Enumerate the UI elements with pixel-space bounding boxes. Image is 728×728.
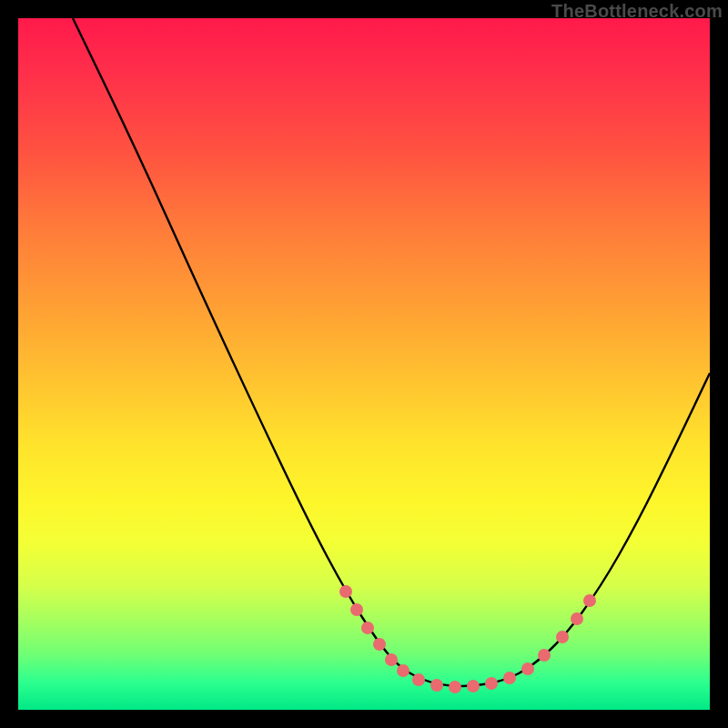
curve-marker <box>571 612 583 625</box>
curve-marker <box>350 603 363 616</box>
chart-frame <box>18 18 710 710</box>
curve-marker <box>361 622 374 634</box>
curve-marker <box>503 672 516 684</box>
curve-marker <box>485 677 498 690</box>
curve-marker <box>430 679 443 692</box>
chart-svg <box>18 18 710 710</box>
curve-marker <box>412 673 425 686</box>
curve-marker <box>397 664 410 677</box>
curve-marker <box>521 662 534 675</box>
curve-marker <box>449 681 461 693</box>
watermark-text: TheBottleneck.com <box>551 1 723 22</box>
curve-marker <box>538 649 551 662</box>
curve-marker <box>373 638 386 651</box>
curve-marker <box>467 680 480 693</box>
curve-marker <box>339 585 352 598</box>
curve-marker <box>556 631 569 643</box>
curve-marker <box>583 594 596 607</box>
curve-markers <box>339 585 596 693</box>
curve-marker <box>385 653 398 666</box>
bottleneck-curve <box>73 18 710 686</box>
